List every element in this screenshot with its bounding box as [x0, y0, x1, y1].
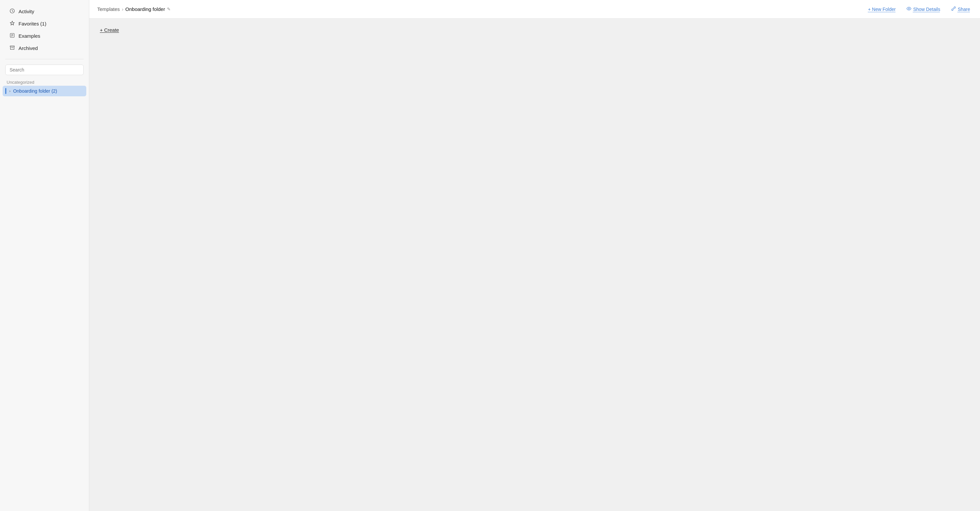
topbar: Templates › Onboarding folder ✎ + New Fo… — [89, 0, 980, 19]
sidebar-item-favorites-label: Favorites (1) — [19, 21, 46, 27]
edit-icon[interactable]: ✎ — [167, 6, 170, 11]
sidebar-item-archived[interactable]: Archived — [3, 42, 86, 54]
topbar-actions: + New Folder Show Details — [866, 5, 972, 14]
breadcrumb: Templates › Onboarding folder ✎ — [97, 6, 170, 12]
sidebar-item-activity-label: Activity — [19, 9, 34, 14]
star-icon — [9, 21, 15, 27]
sidebar-divider — [5, 59, 84, 59]
breadcrumb-current-folder: Onboarding folder ✎ — [125, 6, 170, 12]
show-details-label: Show Details — [913, 6, 940, 12]
create-dropdown-wrapper: Create Template Like a recipe. Create Fo… — [97, 25, 122, 35]
main-content: Templates › Onboarding folder ✎ + New Fo… — [89, 0, 980, 511]
breadcrumb-templates[interactable]: Templates — [97, 6, 120, 12]
new-folder-label: + New Folder — [868, 6, 896, 12]
breadcrumb-current-label: Onboarding folder — [125, 6, 165, 12]
eye-icon — [906, 6, 912, 12]
chevron-right-icon: › — [9, 89, 11, 93]
sidebar-nav: Activity Favorites (1) Examples — [0, 4, 89, 56]
svg-point-5 — [908, 8, 910, 9]
sidebar-item-examples[interactable]: Examples — [3, 30, 86, 42]
sidebar-folder-onboarding[interactable]: › Onboarding folder (2) — [3, 86, 86, 96]
link-icon — [951, 6, 956, 12]
content-area: Create Template Like a recipe. Create Fo… — [89, 19, 980, 511]
create-button-label: + Create — [100, 27, 119, 33]
new-folder-button[interactable]: + New Folder — [866, 5, 898, 13]
breadcrumb-separator: › — [122, 6, 123, 12]
sidebar: Activity Favorites (1) Examples — [0, 0, 89, 511]
archive-icon — [9, 45, 15, 51]
examples-icon — [9, 33, 15, 39]
activity-icon — [9, 8, 15, 14]
sidebar-item-archived-label: Archived — [19, 45, 38, 51]
search-input[interactable] — [5, 64, 84, 75]
create-button[interactable]: + Create — [97, 25, 122, 35]
sidebar-section-uncategorized: Uncategorized — [0, 78, 89, 85]
share-button[interactable]: Share — [949, 5, 972, 14]
show-details-button[interactable]: Show Details — [904, 5, 942, 14]
sidebar-folder-onboarding-label: Onboarding folder (2) — [13, 88, 57, 94]
sidebar-item-activity[interactable]: Activity — [3, 5, 86, 18]
sidebar-item-favorites[interactable]: Favorites (1) — [3, 18, 86, 30]
svg-rect-4 — [10, 46, 14, 47]
sidebar-item-examples-label: Examples — [19, 33, 40, 39]
share-label: Share — [958, 6, 970, 12]
